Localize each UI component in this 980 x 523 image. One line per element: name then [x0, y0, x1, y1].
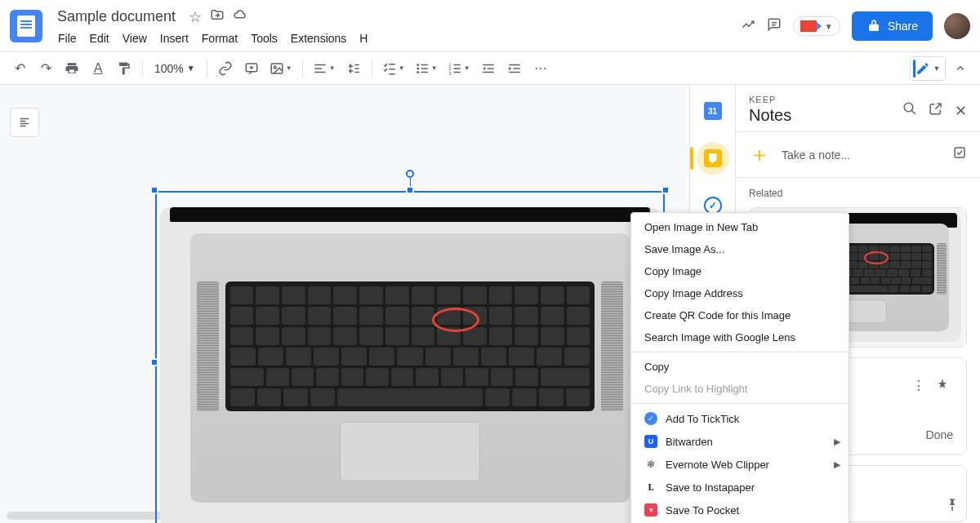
menu-insert[interactable]: Insert — [154, 29, 194, 48]
trend-icon[interactable] — [741, 17, 755, 36]
ctx-save-to-instapaper[interactable]: I.Save to Instapaper — [631, 476, 849, 499]
collapse-panel-button[interactable] — [949, 57, 972, 80]
menu-extensions[interactable]: Extensions — [285, 29, 352, 48]
more-button[interactable]: ⋯ — [529, 57, 552, 80]
ctx-save-image-as-[interactable]: Save Image As... — [631, 238, 849, 260]
comment-icon[interactable] — [767, 17, 782, 36]
svg-rect-23 — [487, 68, 493, 69]
tick-icon: ✓ — [644, 412, 657, 425]
svg-rect-20 — [453, 68, 460, 69]
svg-rect-26 — [513, 68, 519, 69]
note-more-icon[interactable]: ⋮ — [912, 378, 925, 396]
avatar[interactable] — [944, 13, 970, 39]
title-area: Sample document ☆ FileEditViewInsertForm… — [52, 7, 741, 48]
chevron-right-icon: ▶ — [834, 437, 840, 447]
link-button[interactable] — [214, 57, 237, 80]
menu-tools[interactable]: Tools — [245, 29, 283, 48]
svg-rect-8 — [314, 68, 322, 69]
ctx-copy-image-address[interactable]: Copy Image Address — [631, 282, 849, 304]
undo-button[interactable]: ↶ — [8, 57, 31, 80]
svg-rect-9 — [314, 71, 326, 73]
close-icon[interactable]: ✕ — [955, 102, 967, 120]
svg-point-6 — [274, 66, 276, 69]
image-button[interactable]: ▼ — [266, 57, 296, 80]
resize-handle-l[interactable] — [150, 358, 158, 366]
svg-text:3: 3 — [448, 70, 451, 75]
move-icon[interactable] — [210, 7, 225, 26]
cloud-status-icon[interactable] — [233, 7, 247, 26]
print-button[interactable] — [60, 57, 83, 80]
ctx-add-to-ticktick[interactable]: ✓Add To TickTick — [631, 407, 849, 430]
editing-mode-button[interactable]: ▼ — [910, 56, 946, 81]
outline-toggle[interactable] — [10, 108, 39, 137]
ctx-copy-link-to-highlight: Copy Link to Highlight — [631, 378, 849, 400]
note-pin-icon[interactable] — [935, 378, 950, 396]
ctx-bitwarden[interactable]: UBitwarden▶ — [631, 430, 849, 453]
pin-icon[interactable] — [945, 498, 960, 515]
svg-rect-21 — [453, 71, 460, 73]
related-label: Related — [749, 188, 967, 199]
zoom-select[interactable]: 100% ▼ — [149, 59, 200, 78]
star-icon[interactable]: ☆ — [189, 8, 202, 26]
svg-rect-25 — [509, 64, 520, 65]
paint-format-button[interactable] — [113, 57, 136, 80]
svg-point-12 — [416, 71, 419, 73]
svg-rect-7 — [314, 64, 326, 65]
resize-handle-tl[interactable] — [150, 186, 158, 194]
keep-subtitle: KEEP — [749, 95, 902, 104]
menu-view[interactable]: View — [117, 29, 153, 48]
ev-icon: ❃ — [644, 458, 657, 471]
svg-rect-22 — [483, 64, 494, 65]
docs-logo[interactable] — [10, 10, 42, 42]
ip-icon: I. — [644, 481, 657, 494]
decrease-indent-button[interactable] — [477, 57, 500, 80]
new-list-icon[interactable] — [952, 145, 967, 164]
ctx-open-image-in-new-tab[interactable]: Open Image in New Tab — [631, 216, 849, 238]
ctx-copy-image[interactable]: Copy Image — [631, 260, 849, 282]
ctx-search-image-with-google-lens[interactable]: Search Image with Google Lens — [631, 326, 849, 348]
checklist-button[interactable]: ▼ — [379, 57, 408, 80]
share-button[interactable]: Share — [852, 11, 933, 41]
svg-rect-15 — [421, 71, 427, 73]
redo-button[interactable]: ↷ — [34, 57, 57, 80]
selected-image[interactable] — [155, 191, 665, 523]
document-title[interactable]: Sample document — [52, 7, 180, 27]
keep-title: Notes — [749, 106, 902, 125]
search-icon[interactable] — [902, 101, 917, 120]
align-button[interactable]: ▼ — [310, 57, 339, 80]
menu-h[interactable]: H — [354, 29, 373, 48]
ctx-create-qr-code-for-this-image[interactable]: Create QR Code for this Image — [631, 304, 849, 326]
svg-rect-24 — [483, 71, 494, 73]
menu-edit[interactable]: Edit — [84, 29, 115, 48]
context-menu: Open Image in New TabSave Image As...Cop… — [630, 212, 849, 523]
svg-rect-13 — [421, 64, 427, 65]
ctx-copy[interactable]: Copy — [631, 356, 849, 378]
resize-handle-t[interactable] — [406, 186, 414, 194]
svg-rect-19 — [453, 64, 460, 65]
pk-icon: ▾ — [644, 503, 657, 516]
open-external-icon[interactable] — [929, 101, 943, 120]
take-note-row[interactable]: ＋ Take a note... — [736, 131, 980, 178]
resize-handle-tr[interactable] — [662, 186, 670, 194]
chevron-right-icon: ▶ — [834, 459, 840, 470]
spellcheck-button[interactable]: A — [87, 57, 109, 80]
menu-file[interactable]: File — [52, 29, 82, 48]
add-comment-button[interactable] — [240, 57, 263, 80]
keep-tab[interactable] — [697, 142, 729, 175]
svg-point-51 — [904, 103, 913, 112]
calendar-tab[interactable] — [697, 95, 729, 127]
line-spacing-button[interactable] — [342, 57, 365, 80]
svg-line-52 — [911, 110, 915, 114]
numbered-list-button[interactable]: 123 ▼ — [444, 57, 474, 80]
menu-format[interactable]: Format — [196, 29, 243, 48]
toolbar: ↶ ↷ A 100% ▼ ▼ ▼ ▼ ▼ 123 ▼ — [0, 52, 980, 85]
svg-rect-14 — [421, 68, 427, 69]
plus-icon[interactable]: ＋ — [749, 140, 770, 169]
ctx-evernote-web-clipper[interactable]: ❃Evernote Web Clipper▶ — [631, 453, 849, 476]
svg-rect-53 — [955, 148, 964, 157]
increase-indent-button[interactable] — [503, 57, 526, 80]
meet-button[interactable]: ▼ — [793, 16, 840, 36]
bulleted-list-button[interactable]: ▼ — [412, 57, 441, 80]
rotate-handle[interactable] — [406, 170, 414, 178]
ctx-save-to-pocket[interactable]: ▾Save To Pocket — [631, 499, 849, 521]
